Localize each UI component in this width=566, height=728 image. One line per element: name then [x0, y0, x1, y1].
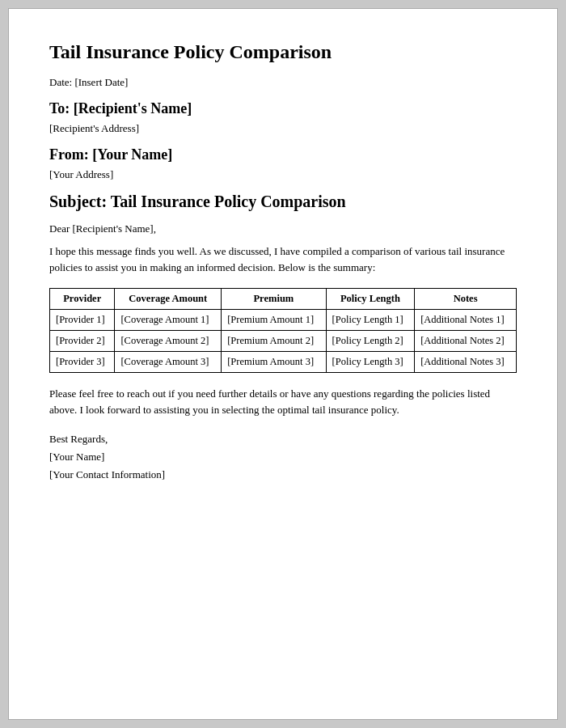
sender-address: [Your Address]	[49, 168, 517, 181]
table-header-row: Provider Coverage Amount Premium Policy …	[50, 289, 517, 310]
to-line: To: [Recipient's Name]	[49, 100, 517, 117]
cell-coverage: [Coverage Amount 2]	[115, 331, 222, 352]
cell-coverage: [Coverage Amount 3]	[115, 352, 222, 373]
comparison-table: Provider Coverage Amount Premium Policy …	[49, 288, 517, 373]
col-header-notes: Notes	[415, 289, 517, 310]
cell-notes: [Additional Notes 1]	[415, 310, 517, 331]
from-line: From: [Your Name]	[49, 146, 517, 163]
cell-notes: [Additional Notes 2]	[415, 331, 517, 352]
date-line: Date: [Insert Date]	[49, 76, 517, 89]
document-title: Tail Insurance Policy Comparison	[49, 41, 517, 63]
signature-line1: Best Regards,	[49, 430, 517, 448]
cell-premium: [Premium Amount 3]	[222, 352, 326, 373]
cell-notes: [Additional Notes 3]	[415, 352, 517, 373]
document-page: Tail Insurance Policy Comparison Date: […	[8, 8, 558, 720]
cell-policy-length: [Policy Length 1]	[326, 310, 415, 331]
col-header-policy-length: Policy Length	[326, 289, 415, 310]
signature-block: Best Regards, [Your Name] [Your Contact …	[49, 430, 517, 484]
cell-policy-length: [Policy Length 3]	[326, 352, 415, 373]
cell-policy-length: [Policy Length 2]	[326, 331, 415, 352]
signature-line3: [Your Contact Information]	[49, 466, 517, 484]
cell-coverage: [Coverage Amount 1]	[115, 310, 222, 331]
table-row: [Provider 3][Coverage Amount 3][Premium …	[50, 352, 517, 373]
col-header-coverage: Coverage Amount	[115, 289, 222, 310]
table-row: [Provider 2][Coverage Amount 2][Premium …	[50, 331, 517, 352]
cell-provider: [Provider 2]	[50, 331, 115, 352]
salutation: Dear [Recipient's Name],	[49, 222, 517, 235]
body-paragraph: I hope this message finds you well. As w…	[49, 243, 517, 275]
col-header-premium: Premium	[222, 289, 326, 310]
subject-line: Subject: Tail Insurance Policy Compariso…	[49, 193, 517, 211]
recipient-address: [Recipient's Address]	[49, 122, 517, 135]
signature-line2: [Your Name]	[49, 448, 517, 466]
table-row: [Provider 1][Coverage Amount 1][Premium …	[50, 310, 517, 331]
closing-paragraph: Please feel free to reach out if you nee…	[49, 386, 517, 417]
cell-provider: [Provider 1]	[50, 310, 115, 331]
col-header-provider: Provider	[50, 289, 115, 310]
cell-premium: [Premium Amount 2]	[222, 331, 326, 352]
cell-premium: [Premium Amount 1]	[222, 310, 326, 331]
cell-provider: [Provider 3]	[50, 352, 115, 373]
